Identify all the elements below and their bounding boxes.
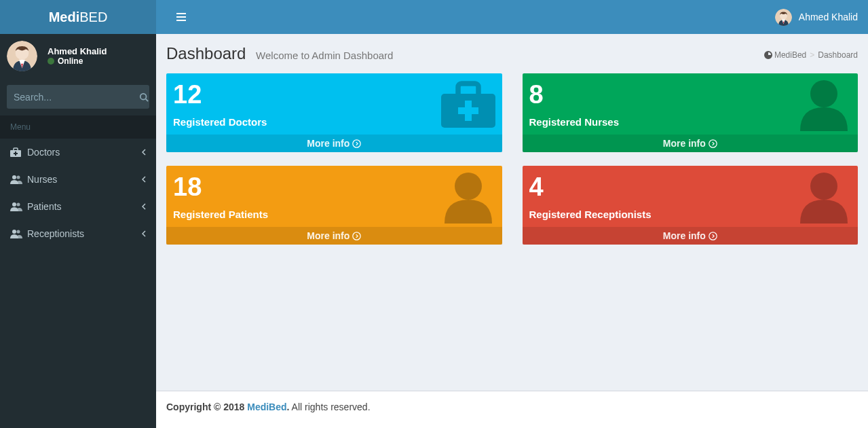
person-icon [797,169,851,224]
svg-point-13 [12,175,16,179]
more-info-link[interactable]: More info [166,227,502,245]
avatar [775,9,792,26]
breadcrumb: MediBed > Dashboard [764,50,858,60]
user-name-sidebar: Ahmed Khalid [48,46,107,56]
sidebar-item-label: Doctors [27,147,60,158]
medkit-icon [10,147,27,157]
sidebar: Ahmed Khalid Online Menu Doctors Nurses [0,34,156,428]
svg-point-29 [709,232,717,240]
page-title: Dashboard Welcome to Admin Dashboard [166,44,393,63]
svg-rect-20 [458,84,478,97]
users-icon [10,202,27,211]
svg-rect-10 [14,148,18,151]
person-icon [441,169,495,224]
chevron-left-icon [142,230,146,237]
svg-point-25 [709,140,717,147]
stat-box-nurses: 8 Registered Nurses More info [523,73,858,152]
svg-point-17 [12,230,16,234]
svg-point-18 [17,230,20,234]
user-panel: Ahmed Khalid Online [0,34,156,78]
sidebar-toggle[interactable] [166,5,196,29]
menu-header: Menu [0,115,156,139]
arrow-circle-right-icon [709,232,717,240]
svg-point-14 [17,176,20,179]
dashboard-icon [764,51,772,59]
user-menu[interactable]: Ahmed Khalid [775,9,858,26]
svg-line-8 [146,99,149,101]
search-icon [139,92,149,102]
rights-text: All rights reserved. [289,402,370,412]
brand-logo[interactable]: MediBED [0,0,156,34]
stat-box-patients: 18 Registered Patients More info [166,166,502,245]
search-button[interactable] [139,92,149,102]
svg-point-7 [140,93,147,99]
search-input[interactable] [7,92,139,103]
arrow-circle-right-icon [352,232,361,240]
brand-link[interactable]: MediBed [247,402,286,412]
search-form [7,85,149,109]
breadcrumb-current: Dashboard [818,50,858,60]
brand-light: BED [79,10,107,24]
medkit-icon [441,77,495,131]
sidebar-item-label: Receptionists [27,228,84,239]
page-subtitle: Welcome to Admin Dashboard [256,50,393,61]
arrow-circle-right-icon [352,139,361,148]
svg-point-15 [12,202,16,207]
svg-point-24 [810,80,837,107]
sidebar-item-receptionists[interactable]: Receptionists [0,220,156,247]
svg-rect-12 [14,153,18,154]
svg-point-23 [353,140,360,147]
user-name-header: Ahmed Khalid [799,12,858,22]
bars-icon [176,12,186,22]
copyright-text: Copyright © 2018 [166,402,247,412]
sidebar-item-nurses[interactable]: Nurses [0,166,156,193]
sidebar-item-doctors[interactable]: Doctors [0,139,156,166]
breadcrumb-root[interactable]: MediBed [774,50,806,60]
users-icon [10,175,27,184]
chevron-left-icon [142,149,146,156]
status-dot-icon [48,58,54,65]
more-info-link[interactable]: More info [523,227,858,245]
arrow-circle-right-icon [709,139,717,148]
stat-box-receptionists: 4 Registered Receptionists More info [523,166,858,245]
svg-point-27 [353,232,360,240]
more-info-link[interactable]: More info [166,135,502,152]
svg-point-28 [810,173,837,200]
avatar [7,41,37,71]
main-footer: Copyright © 2018 MediBed. All rights res… [156,391,868,428]
svg-rect-2 [176,20,186,21]
svg-rect-0 [176,13,186,14]
users-icon [10,229,27,238]
person-icon [797,77,851,131]
sidebar-item-label: Nurses [27,174,57,185]
stat-box-doctors: 12 Registered Doctors More info [166,73,502,152]
sidebar-item-label: Patients [27,201,62,212]
svg-point-26 [455,173,482,200]
more-info-link[interactable]: More info [523,135,858,152]
chevron-left-icon [142,176,146,183]
user-status: Online [48,56,107,66]
svg-rect-1 [176,16,186,18]
chevron-left-icon [142,203,146,210]
svg-rect-22 [458,107,478,114]
sidebar-item-patients[interactable]: Patients [0,193,156,220]
brand-bold: Medi [49,10,80,24]
svg-point-16 [17,203,20,207]
